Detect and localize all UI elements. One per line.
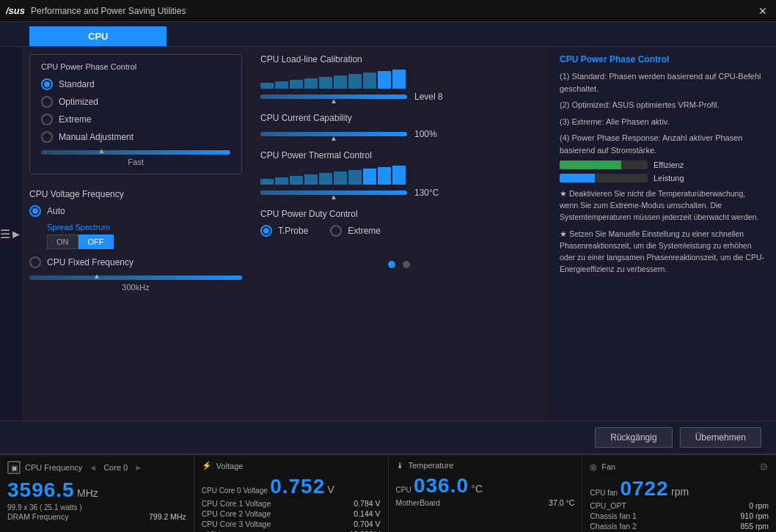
volt-row-4: +12V 12.096 V (202, 529, 381, 532)
cal-bar-9 (378, 71, 391, 89)
radio-extreme-duty-label: Extreme (348, 226, 381, 236)
thermal-arrow: ▲ (330, 193, 337, 201)
voltage-main-label: CPU Core 0 Voltage (202, 487, 268, 495)
radio-fixed-label: CPU Fixed Frequency (47, 257, 133, 267)
fan-row-2: Chassis fan 1 910 rpm (590, 511, 769, 521)
thermal-slider-row: ▲ 130°C (260, 188, 538, 198)
radio-auto-label: Auto (47, 206, 65, 216)
temp-section: 🌡 Temperature CPU 036.0 °C MotherBoard 3… (389, 455, 583, 532)
duty-options: T.Probe Extreme (260, 225, 538, 243)
right-panel: CPU Power Phase Control (1) Standard: Ph… (549, 47, 776, 421)
load-line-arrow: ▲ (330, 97, 337, 105)
fan-val-3: 855 rpm (740, 522, 769, 531)
tab-cpu[interactable]: CPU (29, 26, 166, 46)
thermal-slider[interactable]: ▲ (260, 191, 407, 195)
radio-extreme-duty[interactable]: Extreme (330, 225, 381, 237)
load-line-slider[interactable]: ▲ (260, 95, 407, 99)
nav-core-label: Core 0 (103, 463, 128, 472)
duty-title: CPU Power Duty Control (260, 209, 538, 219)
radio-fixed-circle (29, 256, 41, 268)
radio-fixed-freq[interactable]: CPU Fixed Frequency (29, 256, 242, 268)
temp-unit: °C (471, 483, 483, 495)
fan-val-2: 910 rpm (740, 511, 769, 520)
radio-standard-circle (41, 78, 53, 90)
leistung-bar-row: Leistung (560, 174, 765, 182)
right-text-2: (2) Optimized: ASUS optimiertes VRM-Prof… (560, 99, 765, 111)
nav-right-button[interactable]: ► (132, 463, 144, 472)
sidebar-toggle[interactable]: ☰► (0, 47, 22, 421)
effizienz-label: Effizienz (654, 160, 684, 169)
left-panel: CPU Power Phase Control Standard Optimiz… (22, 47, 249, 421)
fan-val-1: 0 rpm (749, 501, 769, 510)
dram-freq-row: DRAM Frequency 799.2 MHz (7, 511, 186, 522)
thermal-bar-3 (290, 176, 303, 185)
apply-button[interactable]: Übernehmen (680, 427, 761, 448)
close-button[interactable]: ✕ (755, 4, 770, 18)
thermal-bar-7 (348, 170, 362, 185)
radio-optimized-label: Optimized (59, 97, 98, 107)
current-cap-slider-row: ▲ 100% (260, 129, 538, 139)
dot-2[interactable] (403, 261, 410, 268)
volt-row-3: CPU Core 3 Voltage 0.704 V (202, 519, 381, 529)
action-bar: Rückgängig Übernehmen (0, 421, 776, 454)
voltage-icon: ⚡ (202, 461, 212, 470)
nav-left-button[interactable]: ◄ (87, 463, 99, 472)
phase-slider[interactable]: ▲ (41, 150, 230, 155)
fan-label-3: Chassis fan 2 (590, 522, 637, 531)
voltage-unit: V (328, 484, 334, 495)
pagination (260, 254, 538, 276)
radio-extreme[interactable]: Extreme (41, 114, 230, 125)
volt-label-2: CPU Core 2 Voltage (202, 509, 271, 518)
cal-bar-4 (304, 78, 318, 89)
radio-tprobe[interactable]: T.Probe (260, 225, 308, 237)
cal-bar-10 (392, 70, 406, 89)
effizienz-fill (560, 160, 621, 169)
temp-header: 🌡 Temperature (396, 461, 575, 470)
temp-label: Temperature (409, 461, 454, 470)
thermal-bar-1 (260, 179, 274, 185)
load-line-section: CPU Load-line Calibration ▲ Level 8 (260, 54, 538, 102)
back-button[interactable]: Rückgängig (595, 427, 672, 448)
radio-standard[interactable]: Standard (41, 78, 230, 90)
volt-label-1: CPU Core 1 Voltage (202, 499, 271, 508)
fan-section: ◎ Fan ⚙ CPU fan 0722 rpm CPU_OPT 0 rpm C… (582, 455, 776, 532)
volt-row-2: CPU Core 2 Voltage 0.144 V (202, 509, 381, 519)
volt-val-2: 0.144 V (354, 509, 380, 518)
fan-unit: rpm (671, 486, 689, 498)
fan-label-2: Chassis fan 1 (590, 511, 637, 520)
fan-label: Fan (601, 462, 615, 471)
toggle-on-button[interactable]: ON (47, 234, 78, 249)
radio-extreme-duty-circle (330, 225, 342, 237)
menu-icon: ☰► (0, 227, 22, 241)
fixed-freq-slider[interactable]: ▲ (29, 276, 242, 280)
cal-bar-5 (319, 77, 332, 89)
thermal-bar-10 (392, 166, 406, 185)
temp-main-row: CPU 036.0 °C (396, 474, 575, 498)
cpu-freq-big-value: 3596.5 (7, 479, 75, 501)
voltage-main-row: CPU Core 0 Voltage 0.752 V (202, 475, 381, 498)
tabbar: CPU (0, 22, 776, 47)
radio-tprobe-circle (260, 225, 272, 237)
cpu-freq-section: ▣ CPU Frequency ◄ Core 0 ► 3596.5 MHz 99… (0, 455, 194, 532)
load-line-value: Level 8 (414, 92, 443, 102)
duty-section: CPU Power Duty Control T.Probe Extreme (260, 209, 538, 243)
thermal-title: CPU Power Thermal Control (260, 150, 538, 160)
temp-val-1: 37.0 °C (549, 498, 574, 507)
voltage-header: ⚡ Voltage (202, 461, 381, 470)
dot-1[interactable] (388, 261, 395, 268)
dram-freq-value: 799.2 MHz (149, 512, 186, 521)
spread-spectrum-label: Spread Spectrum (47, 223, 242, 232)
thermal-bar-5 (319, 173, 332, 185)
voltage-section: ⚡ Voltage CPU Core 0 Voltage 0.752 V CPU… (194, 455, 389, 532)
current-cap-slider[interactable]: ▲ (260, 132, 407, 136)
gear-icon[interactable]: ⚙ (759, 461, 769, 473)
radio-auto[interactable]: Auto (29, 205, 242, 217)
cpu-freq-icon: ▣ (7, 461, 21, 474)
radio-manual[interactable]: Manual Adjustment (41, 131, 230, 143)
cpu-freq-label: CPU Frequency (25, 463, 82, 472)
fan-row-1: CPU_OPT 0 rpm (590, 500, 769, 511)
toggle-off-button[interactable]: OFF (78, 234, 114, 249)
cal-bar-7 (348, 74, 362, 89)
radio-optimized[interactable]: Optimized (41, 96, 230, 108)
right-text-3: (3) Extreme: Alle Phasen aktiv. (560, 116, 765, 128)
